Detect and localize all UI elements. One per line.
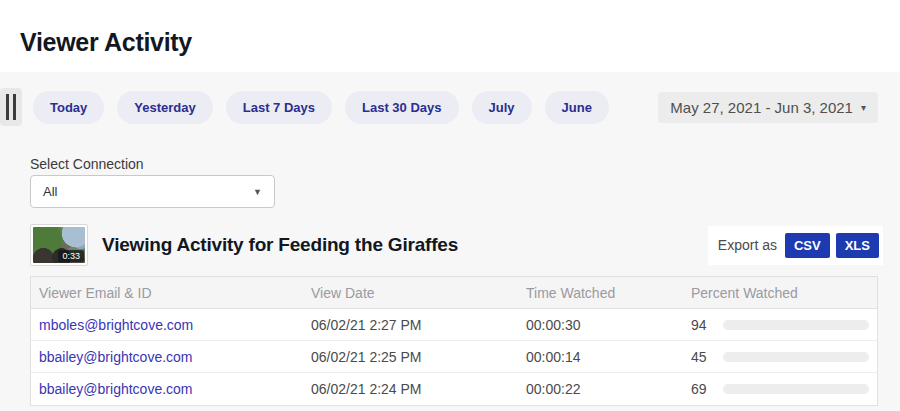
column-header-percent-watched: Percent Watched <box>683 285 877 301</box>
table-row: mboles@brightcove.com 06/02/21 2:27 PM 0… <box>31 309 877 341</box>
percent-watched-cell: 69 <box>683 381 877 397</box>
time-watched-cell: 00:00:22 <box>518 381 683 397</box>
percent-value: 69 <box>691 381 715 397</box>
table-row: bbailey@brightcove.com 06/02/21 2:25 PM … <box>31 341 877 373</box>
section-title: Viewing Activity for Feeding the Giraffe… <box>102 234 708 256</box>
preset-july-button[interactable]: July <box>472 91 532 124</box>
preset-last-30-days-button[interactable]: Last 30 Days <box>345 91 459 124</box>
table-header-row: Viewer Email & ID View Date Time Watched… <box>31 277 877 309</box>
view-date-cell: 06/02/21 2:24 PM <box>303 381 518 397</box>
page-title: Viewer Activity <box>20 28 192 57</box>
date-filter-row: Today Yesterday Last 7 Days Last 30 Days… <box>0 88 878 126</box>
select-connection-label: Select Connection <box>30 156 144 172</box>
date-range-dropdown[interactable]: May 27, 2021 - Jun 3, 2021 ▾ <box>658 92 878 123</box>
sidebar-drawer-handle[interactable] <box>0 88 22 126</box>
viewer-email-link[interactable]: bbailey@brightcove.com <box>39 381 193 397</box>
percent-watched-cell: 94 <box>683 317 877 333</box>
percent-value: 94 <box>691 317 715 333</box>
progress-bar-track <box>723 320 869 330</box>
percent-value: 45 <box>691 349 715 365</box>
viewer-email-link[interactable]: bbailey@brightcove.com <box>39 349 193 365</box>
export-xls-button[interactable]: XLS <box>836 233 879 258</box>
table-body: mboles@brightcove.com 06/02/21 2:27 PM 0… <box>31 309 877 405</box>
table-row: bbailey@brightcove.com 06/02/21 2:24 PM … <box>31 373 877 405</box>
date-range-label: May 27, 2021 - Jun 3, 2021 <box>670 99 853 116</box>
export-csv-button[interactable]: CSV <box>785 233 830 258</box>
page-header: Viewer Activity <box>0 0 900 72</box>
viewer-activity-page: Viewer Activity Today Yesterday Last 7 D… <box>0 0 900 411</box>
export-as-label: Export as <box>718 237 777 253</box>
video-duration-badge: 0:33 <box>58 250 84 262</box>
connection-select[interactable]: All ▼ <box>30 175 275 208</box>
preset-yesterday-button[interactable]: Yesterday <box>117 91 212 124</box>
connection-selected-value: All <box>43 184 57 199</box>
time-watched-cell: 00:00:30 <box>518 317 683 333</box>
caret-down-icon: ▾ <box>861 102 866 113</box>
viewer-activity-table: Viewer Email & ID View Date Time Watched… <box>30 276 878 406</box>
viewer-email-link[interactable]: mboles@brightcove.com <box>39 317 193 333</box>
handle-bar-icon <box>6 94 9 120</box>
content-panel: Today Yesterday Last 7 Days Last 30 Days… <box>0 72 900 411</box>
view-date-cell: 06/02/21 2:25 PM <box>303 349 518 365</box>
view-date-cell: 06/02/21 2:27 PM <box>303 317 518 333</box>
progress-bar-track <box>723 352 869 362</box>
viewer-email-cell: bbailey@brightcove.com <box>31 349 303 365</box>
preset-today-button[interactable]: Today <box>33 91 104 124</box>
handle-bar-icon <box>13 94 16 120</box>
progress-bar-track <box>723 384 869 394</box>
export-group: Export as CSV XLS <box>708 226 883 265</box>
percent-watched-cell: 45 <box>683 349 877 365</box>
date-preset-pills: Today Yesterday Last 7 Days Last 30 Days… <box>33 91 658 124</box>
preset-june-button[interactable]: June <box>545 91 609 124</box>
video-thumbnail[interactable]: 0:33 <box>30 224 88 266</box>
column-header-view-date: View Date <box>303 285 518 301</box>
viewer-email-cell: bbailey@brightcove.com <box>31 381 303 397</box>
time-watched-cell: 00:00:14 <box>518 349 683 365</box>
caret-down-icon: ▼ <box>253 187 262 197</box>
viewer-email-cell: mboles@brightcove.com <box>31 317 303 333</box>
preset-last-7-days-button[interactable]: Last 7 Days <box>226 91 332 124</box>
column-header-viewer-email: Viewer Email & ID <box>31 285 303 301</box>
column-header-time-watched: Time Watched <box>518 285 683 301</box>
video-section-header: 0:33 Viewing Activity for Feeding the Gi… <box>30 222 883 268</box>
